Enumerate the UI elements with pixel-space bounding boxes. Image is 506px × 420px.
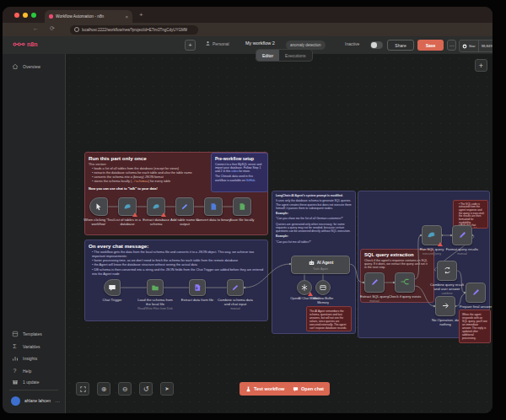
site-info-icon[interactable] xyxy=(74,27,79,32)
tab-title: Workflow Automation - n8n xyxy=(56,14,122,19)
screen: Workflow Automation - n8n × + ← ⟳ localh… xyxy=(0,0,506,420)
logo-text: n8n xyxy=(27,41,37,47)
note-agent-memory[interactable]: The AI Agent remembers the schema, quest… xyxy=(306,306,352,331)
node-combine-schema-chat[interactable]: Combine schema data and chat input manua… xyxy=(217,279,254,310)
chat-bubble-icon xyxy=(108,280,116,295)
zoom-out-button[interactable]: ⊖ xyxy=(118,382,132,396)
tab-executions[interactable]: Executions xyxy=(279,50,311,61)
mysql-icon xyxy=(427,228,437,243)
node-window-buffer-memory[interactable]: Window Buffer Memory xyxy=(308,280,338,304)
browser-window: Workflow Automation - n8n × + ← ⟳ localh… xyxy=(3,7,493,413)
sidebar: Overview Templates Σ Variables Insights … xyxy=(3,54,66,413)
file-save-icon xyxy=(238,199,246,214)
app-header: n8n + Personal My workflow 2 anomaly det… xyxy=(3,36,493,55)
sidebar-item-variables[interactable]: Σ Variables xyxy=(3,341,65,352)
chart-bars-icon xyxy=(11,355,19,362)
zoom-in-button[interactable]: ⊕ xyxy=(97,382,110,396)
save-button[interactable]: Save xyxy=(417,40,444,51)
node-check-if-query-exists[interactable]: Check if query exists xyxy=(386,272,423,299)
add-node-button[interactable]: + xyxy=(475,59,487,72)
folder-icon xyxy=(151,280,159,295)
github-icon xyxy=(462,44,467,49)
sidebar-item-templates[interactable]: Templates xyxy=(3,328,65,339)
file-extract-icon xyxy=(193,280,202,295)
node-extract-from-file[interactable]: Extract data from file xyxy=(179,279,216,302)
tab-editor[interactable]: Editor xyxy=(256,50,279,61)
status-label: Inactive xyxy=(345,41,359,46)
github-star-widget[interactable]: Star 98,849 xyxy=(459,40,493,52)
browser-tab[interactable]: Workflow Automation - n8n × xyxy=(45,10,132,23)
back-icon[interactable]: ← xyxy=(33,25,39,31)
note-sql-explainer[interactable]: The SQL code is extracted from the agent… xyxy=(453,200,488,229)
minimize-window-button[interactable] xyxy=(23,13,28,18)
sidebar-divider xyxy=(9,390,58,390)
user-menu[interactable]: ahlane lahcen ⋯ xyxy=(3,394,65,407)
user-menu-dots-icon[interactable]: ⋯ xyxy=(55,398,60,404)
node-ai-agent[interactable]: AI Agent Tools Agent xyxy=(291,256,350,274)
warning-icon xyxy=(438,242,443,246)
chat-icon xyxy=(293,386,299,392)
pencil-icon xyxy=(458,228,467,243)
add-button[interactable]: + xyxy=(185,40,196,51)
node-format-query-results[interactable]: Format query results manual xyxy=(444,225,481,256)
if-branch-icon xyxy=(400,275,410,290)
address-bar[interactable]: localhost:2222/workflow/new?projectId=E7… xyxy=(70,25,198,35)
reset-zoom-button[interactable]: ↺ xyxy=(139,382,153,396)
workflow-name[interactable]: My workflow 2 xyxy=(245,40,275,46)
view-tabs: Editor Executions xyxy=(256,49,313,62)
browser-urlbar: ← ⟳ localhost:2222/workflow/new?projectI… xyxy=(3,23,493,36)
menu-dots-button[interactable]: ⋯ xyxy=(447,40,456,51)
gift-icon xyxy=(11,379,19,385)
star-label: Star xyxy=(469,44,476,48)
variables-icon: Σ xyxy=(11,343,19,349)
github-star-segment[interactable]: Star xyxy=(460,40,478,51)
node-load-schema[interactable]: Load the schema from the local file Read… xyxy=(137,279,174,310)
merge-icon xyxy=(443,263,452,278)
zoom-to-fit-button[interactable] xyxy=(76,382,89,396)
mysql-icon xyxy=(152,199,161,214)
sidebar-item-insights[interactable]: Insights xyxy=(3,353,65,363)
templates-icon xyxy=(11,331,19,337)
pencil-icon xyxy=(370,275,380,290)
close-window-button[interactable] xyxy=(14,13,19,18)
node-save-file-locally[interactable]: Save file locally xyxy=(223,197,261,222)
workflow-canvas[interactable]: Run this part only once This section: lo… xyxy=(65,54,493,413)
browser-tabbar: Workflow Automation - n8n × + xyxy=(3,7,493,23)
node-chat-trigger[interactable]: Chat Trigger xyxy=(94,279,131,302)
sidebar-item-help[interactable]: ? Help xyxy=(3,365,65,376)
breadcrumb-project[interactable]: Personal xyxy=(205,40,229,46)
maximize-window-button[interactable] xyxy=(31,13,36,18)
close-tab-icon[interactable]: × xyxy=(125,14,128,19)
sidebar-item-updates[interactable]: 1 update xyxy=(3,376,65,387)
mysql-icon xyxy=(123,199,132,214)
question-icon: ? xyxy=(11,368,19,374)
url-text: localhost:2222/workflow/new?projectId=E7… xyxy=(82,28,187,32)
memory-icon xyxy=(319,280,327,295)
active-toggle[interactable] xyxy=(370,41,383,49)
n8n-favicon-icon xyxy=(49,14,53,19)
fit-view-icon xyxy=(79,385,87,393)
pointer-mode-button[interactable]: ➤ xyxy=(160,382,174,396)
user-name: ahlane lahcen xyxy=(24,398,51,403)
pencil-icon xyxy=(471,285,481,300)
open-chat-button[interactable]: Open chat xyxy=(287,382,330,396)
robot-icon xyxy=(308,259,315,267)
node-prepare-final-answer[interactable]: Prepare final answer xyxy=(457,283,493,309)
n8n-logo-icon xyxy=(13,40,25,48)
pencil-icon xyxy=(180,199,189,214)
n8n-logo[interactable]: n8n xyxy=(13,40,37,48)
person-icon xyxy=(205,40,211,46)
sidebar-item-overview[interactable]: Overview xyxy=(3,61,65,72)
test-workflow-button[interactable]: Test workflow xyxy=(240,382,290,396)
reload-icon[interactable]: ⟳ xyxy=(50,25,55,32)
toggle-knob xyxy=(371,42,377,48)
flask-icon xyxy=(245,386,251,392)
avatar xyxy=(11,396,20,406)
pencil-icon xyxy=(231,280,240,295)
arrow-right-icon xyxy=(441,299,450,314)
file-binary-icon xyxy=(209,199,218,214)
share-button[interactable]: Share xyxy=(387,40,414,51)
workflow-tag[interactable]: anomaly detection xyxy=(286,40,326,50)
new-tab-button[interactable]: + xyxy=(139,11,143,19)
star-count: 98,849 xyxy=(478,40,493,51)
